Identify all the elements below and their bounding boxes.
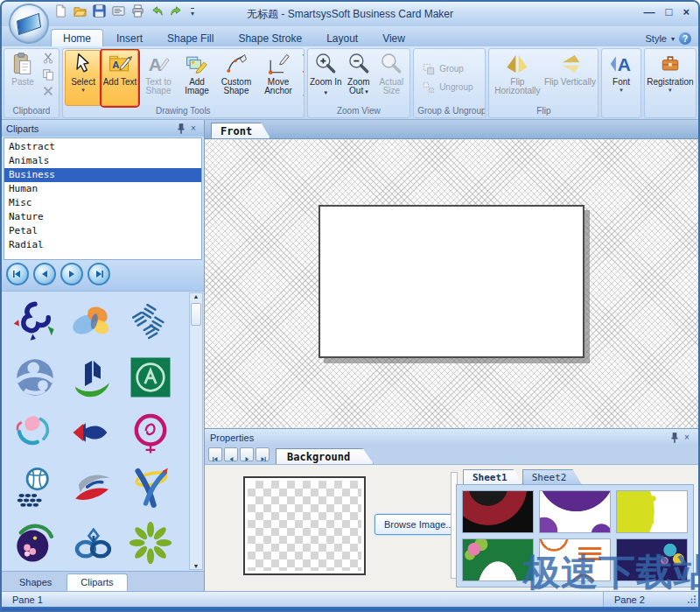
minimize-button[interactable]: — bbox=[644, 5, 655, 19]
paste-button[interactable]: Paste bbox=[6, 50, 39, 106]
clipart-item[interactable] bbox=[64, 570, 122, 571]
close-icon[interactable]: × bbox=[187, 123, 200, 135]
clipart-item[interactable] bbox=[122, 349, 179, 404]
resize-grip-icon[interactable] bbox=[688, 594, 696, 605]
tab-shape-fill[interactable]: Shape Fill bbox=[156, 30, 225, 46]
clipart-item[interactable] bbox=[6, 460, 64, 515]
last-record-button[interactable] bbox=[256, 447, 270, 461]
text-to-shape-button[interactable]: AText to Shape bbox=[138, 50, 178, 106]
group-button[interactable]: Group bbox=[423, 63, 472, 75]
zoom-out-button[interactable]: Zoom Out ▾ bbox=[342, 50, 375, 106]
panel-tab-cliparts[interactable]: Cliparts bbox=[66, 573, 127, 591]
clipart-item[interactable] bbox=[64, 460, 122, 515]
delete-anchor-button[interactable] bbox=[300, 68, 304, 84]
scroll-down-icon[interactable]: ▼ bbox=[193, 563, 200, 569]
close-button[interactable]: × bbox=[682, 5, 690, 19]
zoom-out-icon bbox=[346, 52, 371, 76]
category-item-nature[interactable]: Nature bbox=[4, 210, 201, 224]
tab-insert[interactable]: Insert bbox=[105, 30, 154, 46]
clipart-item[interactable] bbox=[6, 515, 64, 570]
tab-layout[interactable]: Layout bbox=[315, 30, 369, 46]
tab-background[interactable]: Background bbox=[276, 448, 374, 464]
svg-text:A: A bbox=[149, 54, 162, 74]
background-thumbnail-green-wave-flower[interactable] bbox=[462, 538, 534, 581]
clipart-page-nav bbox=[2, 260, 204, 291]
scroll-up-icon[interactable]: ▲ bbox=[193, 293, 200, 299]
category-item-petal[interactable]: Petal bbox=[4, 224, 201, 238]
design-canvas[interactable] bbox=[205, 138, 698, 428]
flip-horizontally-button[interactable]: Flip Horizontally bbox=[491, 50, 543, 106]
background-sheets: Sheet1Sheet2 bbox=[456, 467, 694, 587]
background-thumbnail-orange-arcs-stripes[interactable] bbox=[539, 538, 611, 581]
first-page-button[interactable] bbox=[6, 263, 29, 285]
panel-tab-shapes[interactable]: Shapes bbox=[6, 574, 65, 591]
next-record-button[interactable] bbox=[240, 447, 254, 461]
clipart-item[interactable] bbox=[64, 349, 122, 404]
clipart-scrollbar[interactable]: ▲ ▼ bbox=[189, 292, 203, 570]
background-thumbnail-black-red-arc[interactable] bbox=[462, 490, 534, 533]
clipart-item[interactable] bbox=[122, 404, 179, 460]
clipart-item[interactable] bbox=[6, 404, 64, 460]
category-item-misc[interactable]: Misc bbox=[4, 196, 201, 210]
next-page-button[interactable] bbox=[60, 263, 83, 285]
delete-button[interactable] bbox=[40, 85, 56, 101]
background-thumbnail-yellow-splash[interactable] bbox=[616, 490, 688, 533]
panel-bottom-tabs: ShapesCliparts bbox=[2, 571, 204, 591]
clipart-item[interactable] bbox=[6, 349, 64, 404]
business-card[interactable] bbox=[318, 205, 584, 358]
tab-sheet2[interactable]: Sheet2 bbox=[522, 469, 582, 484]
clipart-item[interactable] bbox=[64, 294, 122, 349]
tab-sheet1[interactable]: Sheet1 bbox=[463, 469, 522, 484]
clipart-item[interactable] bbox=[64, 515, 122, 570]
clipart-item[interactable] bbox=[122, 460, 179, 515]
clipart-item[interactable]: B bbox=[122, 570, 179, 571]
last-page-button[interactable] bbox=[88, 263, 110, 285]
tab-shape-stroke[interactable]: Shape Stroke bbox=[227, 30, 313, 46]
line-tool-button[interactable] bbox=[300, 85, 304, 101]
ungroup-button[interactable]: Ungroup bbox=[423, 81, 472, 94]
scrollbar-thumb[interactable] bbox=[191, 303, 201, 326]
previous-record-button[interactable] bbox=[224, 447, 238, 461]
style-menu[interactable]: Style ▾ ? bbox=[646, 32, 691, 45]
previous-page-button[interactable] bbox=[33, 263, 56, 285]
properties-title: Properties bbox=[210, 433, 254, 443]
category-item-abstract[interactable]: Abstract bbox=[4, 140, 201, 154]
actual-size-icon bbox=[379, 52, 403, 76]
clipart-item[interactable] bbox=[122, 515, 179, 570]
maximize-button[interactable]: □ bbox=[666, 5, 673, 19]
volleyball-dots-clipart bbox=[11, 464, 59, 511]
add-image-button[interactable]: Add Image bbox=[178, 50, 215, 106]
flip-vertically-button[interactable]: Flip Vertically bbox=[543, 50, 596, 106]
background-thumbnail-navy-flower[interactable] bbox=[616, 538, 688, 581]
help-icon[interactable]: ? bbox=[679, 32, 691, 45]
font-button[interactable]: A Font ▾ bbox=[604, 50, 638, 106]
add-text-button[interactable]: AAdd Text bbox=[102, 50, 138, 106]
cut-button[interactable] bbox=[40, 52, 56, 67]
clipart-item[interactable] bbox=[6, 570, 64, 571]
category-item-animals[interactable]: Animals bbox=[4, 154, 201, 168]
pin-icon[interactable] bbox=[668, 432, 681, 444]
category-item-human[interactable]: Human bbox=[4, 182, 201, 196]
clipart-item[interactable] bbox=[122, 294, 179, 349]
drawing-tools-group-label: Drawing Tools bbox=[63, 106, 304, 117]
copy-button[interactable] bbox=[40, 68, 56, 84]
actual-size-button[interactable]: Actual Size bbox=[375, 50, 409, 106]
zoom-in-button[interactable]: Zoom In ▾ bbox=[310, 50, 343, 106]
close-icon[interactable]: × bbox=[681, 432, 693, 444]
first-record-button[interactable] bbox=[208, 447, 222, 461]
clipart-item[interactable] bbox=[6, 294, 64, 349]
tab-view[interactable]: View bbox=[371, 30, 416, 46]
pin-icon[interactable] bbox=[175, 123, 187, 135]
tab-home[interactable]: Home bbox=[51, 29, 103, 46]
registration-button[interactable]: Registration ▾ bbox=[647, 50, 694, 106]
select-button[interactable]: Select▾ bbox=[65, 50, 102, 106]
category-item-radial[interactable]: Radial bbox=[4, 238, 201, 252]
move-anchor-button[interactable]: Move Anchor bbox=[257, 50, 299, 106]
custom-shape-button[interactable]: Custom Shape bbox=[215, 50, 257, 106]
clipart-item[interactable] bbox=[64, 404, 122, 460]
tab-front[interactable]: Front bbox=[211, 123, 270, 138]
add-anchor-button[interactable] bbox=[300, 52, 304, 67]
application-menu-button[interactable] bbox=[9, 4, 49, 44]
background-thumbnail-purple-dots[interactable] bbox=[539, 490, 611, 533]
category-item-business[interactable]: Business bbox=[4, 168, 201, 182]
